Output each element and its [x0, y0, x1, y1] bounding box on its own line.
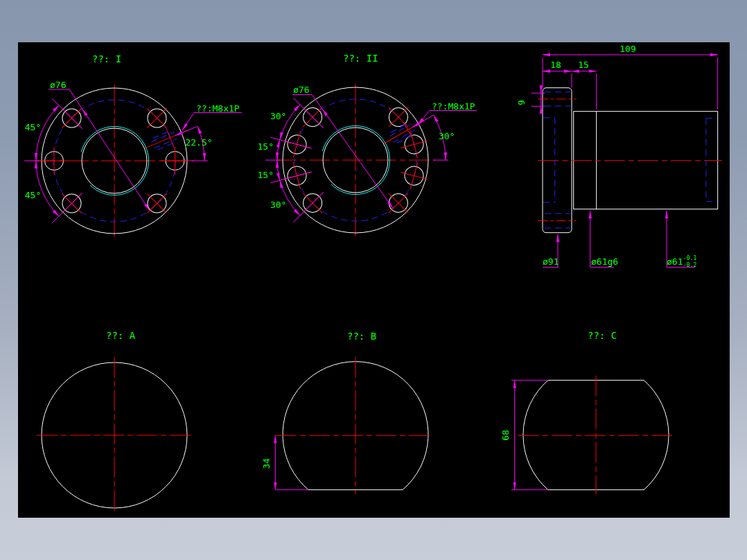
bore-hidden-left: [543, 118, 555, 202]
drawing-canvas: ??: I ø76 45° 45° 22.5° ??:M8x1P: [18, 42, 730, 518]
view-section-c: ??: C 68: [500, 330, 674, 494]
bore-hidden-right: [706, 119, 717, 202]
bolt-hole: [161, 147, 189, 175]
dim-flat: 34: [261, 458, 272, 469]
dim-angle-upper: 45°: [25, 122, 41, 132]
dim-step: 15: [578, 60, 589, 70]
dim-angle-1: 30°: [270, 111, 286, 121]
dim-bolt-circle: ø76: [293, 85, 309, 95]
thread-callout: ??:M8x1P: [432, 101, 475, 112]
cad-drawing: ??: I ø76 45° 45° 22.5° ??:M8x1P: [18, 42, 730, 518]
bolt-hole: [379, 184, 419, 223]
view-section-a: ??: A: [37, 330, 192, 513]
view-front-ii: ??: II ø76 30° 15° 15° 30°: [258, 53, 477, 236]
view-side-section: 109 18 15 9 ø91 ø61g6 ø61 -0.1 -0.2: [516, 44, 722, 268]
bolt-hole: [137, 98, 177, 138]
dim-angle-thread: 22.5°: [185, 137, 212, 148]
view-section-b: ??: B 34: [261, 331, 433, 494]
view-b-title: ??: B: [347, 331, 376, 342]
bolt-hole: [379, 98, 419, 137]
dim-angle-thread: 30°: [439, 131, 455, 141]
flange-hole-bottom: [538, 213, 577, 228]
dim-bolt-circle: ø76: [50, 80, 66, 90]
bolt-hole: [397, 128, 431, 161]
dim-shaft-tol-upper: -0.1: [683, 255, 696, 261]
bolt-hole: [40, 147, 68, 175]
view-c-title: ??: C: [588, 330, 617, 341]
dim-across-flats: 68: [500, 430, 511, 441]
dim-hole: 9: [516, 100, 527, 105]
view-ii-title: ??: II: [343, 53, 378, 64]
view-a-title: ??: A: [106, 330, 136, 341]
flange-hole-top: [538, 92, 577, 106]
dim-shaft-tol-lower: -0.2: [683, 262, 696, 268]
dim-flange-dia: ø91: [543, 256, 559, 267]
thread-callout: ??:M8x1P: [196, 103, 240, 114]
dim-angle-lower: 45°: [25, 190, 41, 200]
view-i-title: ??: I: [92, 53, 121, 64]
dim-angle-3: 15°: [258, 170, 274, 180]
dim-shaft-tol-base: ø61: [667, 256, 683, 267]
dim-overall: 109: [619, 44, 635, 54]
view-front-i: ??: I ø76 45° 45° 22.5° ??:M8x1P: [24, 53, 242, 237]
cad-viewer: { "colors": { "surround_top": "#8796ad",…: [0, 0, 747, 560]
bolt-hole: [137, 184, 177, 223]
dim-angle-4: 30°: [270, 200, 286, 210]
dim-shaft-fit: ø61g6: [591, 256, 618, 267]
bolt-hole: [397, 159, 431, 193]
dim-angle-2: 15°: [258, 141, 274, 152]
dim-flange-thickness: 18: [550, 60, 561, 70]
